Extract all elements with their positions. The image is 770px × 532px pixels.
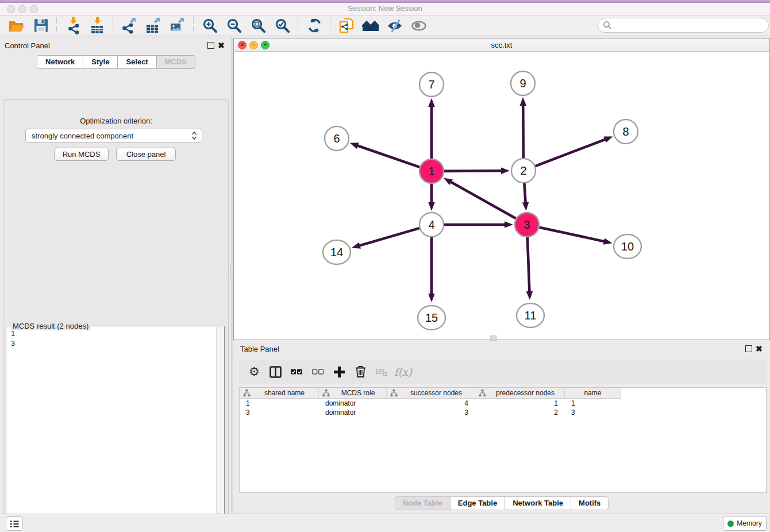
- edge-4-3[interactable]: [444, 221, 513, 228]
- graph-node-14[interactable]: 14: [323, 240, 351, 264]
- cell-successor-nodes[interactable]: 3: [387, 408, 475, 417]
- edge-4-14[interactable]: [352, 228, 419, 249]
- cell-shared-name[interactable]: 1: [240, 399, 319, 408]
- node-table: shared nameMCDS rolesuccessor nodesprede…: [239, 387, 767, 493]
- columns-icon: [270, 366, 282, 378]
- edge-1-4[interactable]: [428, 184, 435, 211]
- edge-3-1[interactable]: [444, 178, 516, 219]
- table-row[interactable]: 3dominator323: [240, 408, 766, 417]
- graph-node-4[interactable]: 4: [419, 213, 444, 237]
- edge-2-8[interactable]: [536, 136, 613, 166]
- cell-predecessor-nodes[interactable]: 2: [475, 408, 565, 417]
- edge-2-9[interactable]: [519, 97, 526, 158]
- memory-button[interactable]: Memory: [723, 516, 767, 531]
- tab-select[interactable]: Select: [118, 55, 156, 69]
- svg-text:9: 9: [519, 77, 526, 90]
- tab-style[interactable]: Style: [83, 55, 118, 69]
- graph-node-8[interactable]: 8: [614, 119, 638, 144]
- open-button[interactable]: [5, 17, 29, 35]
- import-table-button[interactable]: [85, 17, 109, 35]
- tab-node-table[interactable]: Node Table: [395, 496, 451, 510]
- cell-shared-name[interactable]: 3: [240, 408, 319, 417]
- refresh-icon: [307, 18, 322, 33]
- zoom-in-button[interactable]: [198, 17, 222, 35]
- settings-button[interactable]: ⚙: [244, 362, 265, 381]
- column-header-predecessor-nodes[interactable]: predecessor nodes: [475, 388, 565, 399]
- export-network-button[interactable]: [117, 17, 141, 35]
- result-scrollbar[interactable]: [216, 327, 224, 532]
- tab-edge-table[interactable]: Edge Table: [451, 496, 505, 510]
- toolbar-separator: [330, 17, 331, 34]
- home-layout-button[interactable]: [359, 17, 383, 35]
- graph-node-1[interactable]: 1: [419, 159, 444, 183]
- export-image-icon: [170, 18, 186, 34]
- tab-network-table[interactable]: Network Table: [505, 496, 571, 510]
- network-window-titlebar[interactable]: ✕ − + scc.txt: [234, 38, 769, 52]
- svg-text:8: 8: [622, 125, 629, 138]
- function-button[interactable]: f(x): [392, 362, 414, 381]
- edge-1-7[interactable]: [428, 98, 435, 159]
- export-table-button[interactable]: [141, 17, 165, 35]
- tab-motifs[interactable]: Motifs: [571, 496, 609, 510]
- task-history-button[interactable]: [6, 516, 23, 531]
- delete-column-button[interactable]: [371, 362, 392, 381]
- network-resize-handle[interactable]: [490, 336, 496, 341]
- close-panel-icon[interactable]: ✖: [218, 43, 225, 48]
- edge-1-2[interactable]: [444, 167, 510, 174]
- zoom-out-button[interactable]: [222, 17, 246, 35]
- network-graph-canvas[interactable]: 7968124314101511: [234, 51, 769, 340]
- svg-text:1: 1: [428, 165, 434, 178]
- toolbar-separator: [298, 17, 299, 34]
- hide-details-button[interactable]: [383, 17, 407, 35]
- graph-node-3[interactable]: 3: [515, 213, 539, 237]
- cell-MCDS-role[interactable]: dominator: [319, 399, 387, 408]
- search-input[interactable]: [598, 18, 769, 33]
- refresh-button[interactable]: [302, 17, 326, 35]
- criterion-dropdown[interactable]: strongly connected component: [25, 129, 202, 142]
- zoom-fit-button[interactable]: [246, 17, 270, 35]
- delete-button[interactable]: [350, 362, 371, 381]
- graph-node-10[interactable]: 10: [614, 234, 641, 259]
- columns-button[interactable]: [265, 362, 286, 381]
- birdseye-button[interactable]: [407, 17, 431, 35]
- graph-node-6[interactable]: 6: [325, 126, 349, 151]
- graph-node-15[interactable]: 15: [418, 306, 445, 330]
- import-network-button[interactable]: [61, 17, 85, 35]
- add-button[interactable]: [329, 362, 350, 381]
- float-table-panel-icon[interactable]: [745, 345, 752, 352]
- graph-node-7[interactable]: 7: [419, 72, 444, 97]
- edge-1-6[interactable]: [350, 142, 420, 167]
- mcds-result-list[interactable]: 1 3: [7, 327, 220, 532]
- save-button[interactable]: [29, 17, 53, 35]
- table-row[interactable]: 1dominator411: [240, 399, 766, 408]
- edge-3-10[interactable]: [539, 228, 612, 245]
- graph-node-11[interactable]: 11: [517, 303, 544, 327]
- select-all-icon: [291, 368, 303, 376]
- edge-2-3[interactable]: [522, 183, 529, 211]
- deselect-all-button[interactable]: [307, 362, 329, 381]
- run-mcds-button[interactable]: Run MCDS: [54, 148, 109, 161]
- close-panel-button[interactable]: Close panel: [116, 148, 176, 161]
- cell-predecessor-nodes[interactable]: 1: [475, 399, 565, 408]
- zoom-selected-button[interactable]: [270, 17, 294, 35]
- export-image-button[interactable]: [165, 17, 190, 35]
- mcds-result-title: MCDS result (2 nodes): [10, 322, 91, 330]
- tab-network[interactable]: Network: [37, 55, 83, 69]
- column-header-name[interactable]: name: [565, 388, 621, 399]
- cell-name[interactable]: 1: [565, 399, 621, 408]
- cell-name[interactable]: 3: [565, 408, 621, 417]
- float-panel-icon[interactable]: [207, 42, 214, 49]
- close-table-panel-icon[interactable]: ✖: [756, 346, 763, 352]
- select-all-button[interactable]: [286, 362, 307, 381]
- column-header-shared-name[interactable]: shared name: [240, 388, 319, 399]
- cell-MCDS-role[interactable]: dominator: [319, 408, 387, 417]
- edge-4-15[interactable]: [428, 237, 435, 302]
- column-header-successor-nodes[interactable]: successor nodes: [387, 388, 475, 399]
- column-header-MCDS-role[interactable]: MCDS role: [319, 388, 387, 399]
- cell-successor-nodes[interactable]: 4: [387, 399, 475, 408]
- graph-node-2[interactable]: 2: [511, 159, 536, 183]
- clone-network-button[interactable]: [334, 17, 359, 35]
- tab-mcds[interactable]: MCDS: [157, 55, 195, 69]
- graph-node-9[interactable]: 9: [511, 71, 535, 95]
- edge-3-11[interactable]: [526, 237, 533, 300]
